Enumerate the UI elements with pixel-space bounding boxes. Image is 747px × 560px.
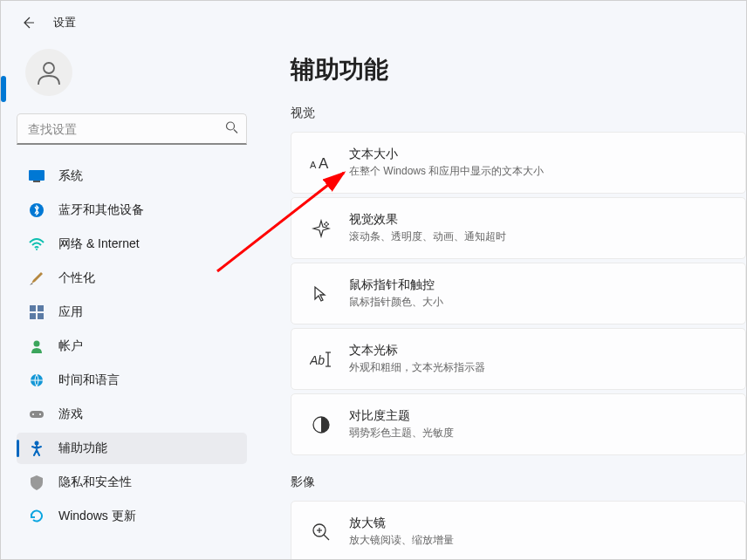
brush-icon [29, 270, 45, 286]
svg-point-14 [39, 413, 41, 415]
svg-rect-9 [38, 313, 44, 319]
setting-desc: 滚动条、透明度、动画、通知超时 [349, 229, 506, 244]
svg-rect-12 [30, 411, 44, 418]
setting-desc: 鼠标指针颜色、大小 [349, 295, 443, 310]
text-cursor-icon: Ab [309, 347, 333, 372]
search-icon [225, 121, 238, 138]
main-panel: 辅助功能 视觉 AA 文本大小 在整个 Windows 和应用中显示的文本大小 [263, 44, 746, 559]
nav-item-accessibility[interactable]: 辅助功能 [17, 433, 247, 464]
setting-visual-effects[interactable]: 视觉效果 滚动条、透明度、动画、通知超时 [291, 197, 746, 259]
avatar [25, 49, 72, 96]
svg-rect-6 [30, 305, 36, 311]
svg-point-0 [44, 63, 54, 73]
setting-title: 鼠标指针和触控 [349, 277, 443, 293]
sidebar: 系统 蓝牙和其他设备 网络 & Internet [1, 44, 263, 559]
imaging-settings-list: 放大镜 放大镜阅读、缩放增量 [291, 501, 746, 559]
nav-label: 游戏 [58, 406, 83, 422]
svg-point-10 [34, 341, 40, 347]
nav-label: 辅助功能 [58, 440, 107, 456]
shield-icon [29, 475, 45, 490]
text-size-icon: AA [309, 151, 333, 175]
svg-point-1 [227, 122, 235, 130]
nav-item-windows-update[interactable]: Windows 更新 [17, 501, 247, 532]
sparkle-icon [309, 216, 333, 241]
svg-point-13 [32, 413, 34, 415]
setting-desc: 弱势彩色主题、光敏度 [349, 426, 454, 440]
accessibility-icon [29, 440, 45, 456]
setting-desc: 外观和粗细，文本光标指示器 [349, 360, 485, 375]
nav-item-bluetooth[interactable]: 蓝牙和其他设备 [17, 195, 247, 226]
account-area[interactable] [17, 44, 247, 113]
svg-point-15 [35, 441, 39, 446]
nav-label: 网络 & Internet [58, 236, 140, 252]
setting-title: 视觉效果 [349, 212, 506, 228]
svg-rect-3 [33, 181, 40, 182]
setting-magnifier[interactable]: 放大镜 放大镜阅读、缩放增量 [291, 501, 746, 559]
nav-label: 帐户 [58, 338, 83, 354]
apps-icon [29, 304, 45, 320]
nav-item-privacy[interactable]: 隐私和安全性 [17, 467, 247, 498]
nav-label: 系统 [58, 168, 83, 184]
svg-rect-7 [38, 305, 44, 311]
account-icon [29, 338, 45, 354]
svg-rect-8 [30, 313, 36, 319]
arrow-left-icon [21, 16, 35, 30]
nav-label: 个性化 [58, 270, 95, 286]
setting-contrast-themes[interactable]: 对比度主题 弱势彩色主题、光敏度 [291, 393, 746, 455]
nav-item-system[interactable]: 系统 [17, 160, 247, 192]
globe-icon [29, 372, 45, 388]
magnifier-icon [309, 520, 333, 544]
page-title: 辅助功能 [291, 53, 746, 86]
wifi-icon [29, 236, 45, 252]
titlebar: 设置 [1, 1, 746, 44]
nav-item-personalization[interactable]: 个性化 [17, 263, 247, 294]
person-icon [35, 58, 63, 86]
nav-label: 隐私和安全性 [58, 475, 132, 490]
nav-item-gaming[interactable]: 游戏 [17, 399, 247, 430]
nav-list: 系统 蓝牙和其他设备 网络 & Internet [17, 160, 247, 532]
svg-rect-2 [29, 170, 45, 181]
setting-title: 文本光标 [349, 343, 485, 359]
nav-item-time-language[interactable]: 时间和语言 [17, 365, 247, 396]
nav-item-accounts[interactable]: 帐户 [17, 331, 247, 362]
setting-title: 对比度主题 [349, 408, 454, 424]
update-icon [29, 509, 45, 524]
visual-settings-list: AA 文本大小 在整个 Windows 和应用中显示的文本大小 视觉效果 滚动条… [291, 132, 746, 455]
svg-point-5 [36, 249, 38, 250]
setting-text-size[interactable]: AA 文本大小 在整个 Windows 和应用中显示的文本大小 [291, 132, 746, 194]
section-imaging: 影像 [291, 475, 746, 490]
nav-label: 应用 [58, 304, 83, 320]
back-button[interactable] [18, 13, 38, 32]
gamepad-icon [29, 406, 45, 422]
section-visual: 视觉 [291, 106, 746, 121]
nav-label: 蓝牙和其他设备 [58, 202, 144, 218]
svg-line-24 [324, 535, 329, 540]
search-input[interactable] [17, 113, 247, 145]
app-title: 设置 [53, 15, 76, 31]
setting-text-cursor[interactable]: Ab 文本光标 外观和粗细，文本光标指示器 [291, 328, 746, 390]
setting-title: 放大镜 [349, 516, 454, 531]
setting-title: 文本大小 [349, 147, 544, 162]
nav-item-apps[interactable]: 应用 [17, 297, 247, 328]
monitor-icon [29, 168, 45, 184]
contrast-icon [309, 413, 333, 437]
bluetooth-icon [29, 202, 45, 218]
setting-desc: 在整个 Windows 和应用中显示的文本大小 [349, 164, 544, 179]
setting-mouse-pointer[interactable]: 鼠标指针和触控 鼠标指针颜色、大小 [291, 263, 746, 324]
svg-text:Ab: Ab [310, 353, 325, 367]
nav-label: Windows 更新 [58, 509, 136, 524]
nav-item-network[interactable]: 网络 & Internet [17, 229, 247, 260]
setting-desc: 放大镜阅读、缩放增量 [349, 533, 454, 548]
nav-label: 时间和语言 [58, 372, 120, 388]
window-active-strip [1, 76, 6, 102]
svg-text:A: A [310, 160, 317, 170]
search-box [17, 113, 247, 145]
svg-text:A: A [319, 155, 329, 172]
cursor-icon [309, 282, 333, 306]
